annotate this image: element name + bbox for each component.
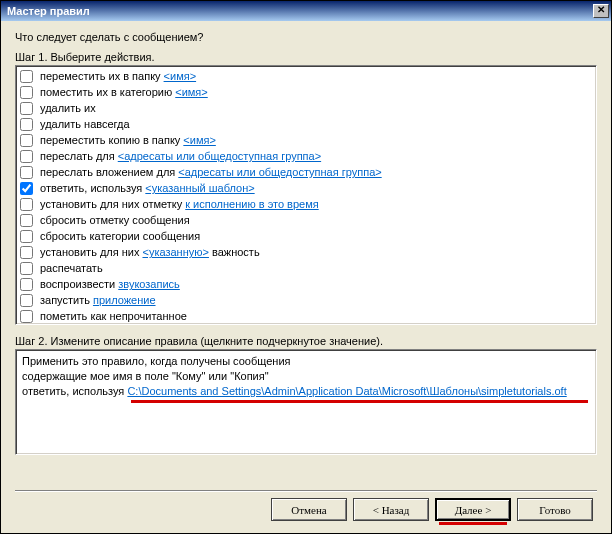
rule-description-box: Применить это правило, когда получены со… xyxy=(15,349,597,455)
action-checkbox[interactable] xyxy=(20,246,33,259)
action-text: сбросить категории сообщения xyxy=(40,228,200,244)
action-checkbox[interactable] xyxy=(20,278,33,291)
action-text: установить для них xyxy=(40,244,139,260)
action-checkbox[interactable] xyxy=(20,150,33,163)
highlight-underline xyxy=(439,522,507,525)
action-checkbox[interactable] xyxy=(20,294,33,307)
action-row[interactable]: переслать для <адресаты или общедоступна… xyxy=(20,148,592,164)
action-link[interactable]: звукозапись xyxy=(118,276,180,292)
content-area: Что следует сделать с сообщением? Шаг 1.… xyxy=(1,21,611,533)
action-text: воспроизвести xyxy=(40,276,115,292)
action-checkbox[interactable] xyxy=(20,230,33,243)
action-row[interactable]: удалить их xyxy=(20,100,592,116)
action-checkbox[interactable] xyxy=(20,86,33,99)
action-checkbox[interactable] xyxy=(20,198,33,211)
action-link[interactable]: скрипт xyxy=(93,324,127,325)
action-row[interactable]: ответить, используя <указанный шаблон> xyxy=(20,180,592,196)
action-link[interactable]: <имя> xyxy=(175,84,208,100)
action-checkbox[interactable] xyxy=(20,134,33,147)
next-button-label: Далее > xyxy=(455,504,492,516)
action-row[interactable]: удалить навсегда xyxy=(20,116,592,132)
rules-wizard-window: Мастер правил ✕ Что следует сделать с со… xyxy=(0,0,612,534)
back-button[interactable]: < Назад xyxy=(353,498,429,521)
desc-line1: Применить это правило, когда получены со… xyxy=(22,354,590,369)
button-row: Отмена < Назад Далее > Готово xyxy=(15,491,597,525)
action-row[interactable]: распечатать xyxy=(20,260,592,276)
next-button[interactable]: Далее > xyxy=(435,498,511,521)
action-checkbox[interactable] xyxy=(20,70,33,83)
window-title: Мастер правил xyxy=(7,5,593,17)
cancel-button[interactable]: Отмена xyxy=(271,498,347,521)
action-row[interactable]: переслать вложением для <адресаты или об… xyxy=(20,164,592,180)
action-text: переслать для xyxy=(40,148,115,164)
action-text: запустить xyxy=(40,324,90,325)
action-row[interactable]: поместить их в категорию <имя> xyxy=(20,84,592,100)
action-row[interactable]: сбросить отметку сообщения xyxy=(20,212,592,228)
action-row[interactable]: воспроизвести звукозапись xyxy=(20,276,592,292)
action-text: удалить их xyxy=(40,100,96,116)
action-checkbox[interactable] xyxy=(20,262,33,275)
titlebar: Мастер правил ✕ xyxy=(1,1,611,21)
action-text: распечатать xyxy=(40,260,103,276)
action-link[interactable]: <адресаты или общедоступная группа> xyxy=(178,164,381,180)
action-link[interactable]: <указанный шаблон> xyxy=(145,180,254,196)
action-text: переслать вложением для xyxy=(40,164,175,180)
action-text: переместить копию в папку xyxy=(40,132,180,148)
prompt-text: Что следует сделать с сообщением? xyxy=(15,31,597,43)
action-text: установить для них отметку xyxy=(40,196,182,212)
action-checkbox[interactable] xyxy=(20,310,33,323)
action-row[interactable]: пометить как непрочитанное xyxy=(20,308,592,324)
action-row[interactable]: переместить их в папку <имя> xyxy=(20,68,592,84)
action-row[interactable]: сбросить категории сообщения xyxy=(20,228,592,244)
action-row[interactable]: запустить приложение xyxy=(20,292,592,308)
action-row[interactable]: установить для них отметку к исполнению … xyxy=(20,196,592,212)
template-path-link[interactable]: C:\Documents and Settings\Admin\Applicat… xyxy=(127,385,566,397)
action-link[interactable]: приложение xyxy=(93,292,156,308)
action-text: сбросить отметку сообщения xyxy=(40,212,190,228)
action-checkbox[interactable] xyxy=(20,102,33,115)
highlight-underline xyxy=(131,400,588,403)
action-row[interactable]: установить для них <указанную> важность xyxy=(20,244,592,260)
desc-line3-pre: ответить, используя xyxy=(22,385,127,397)
action-text: поместить их в категорию xyxy=(40,84,172,100)
desc-line3: ответить, используя C:\Documents and Set… xyxy=(22,384,590,399)
action-text: переместить их в папку xyxy=(40,68,161,84)
desc-line2: содержащие мое имя в поле "Кому" или "Ко… xyxy=(22,369,590,384)
step2-label: Шаг 2. Измените описание правила (щелкни… xyxy=(15,335,597,347)
action-link[interactable]: <адресаты или общедоступная группа> xyxy=(118,148,321,164)
action-text: пометить как непрочитанное xyxy=(40,308,187,324)
action-link[interactable]: к исполнению в это время xyxy=(185,196,318,212)
action-row[interactable]: запустить скрипт xyxy=(20,324,592,325)
action-link[interactable]: <имя> xyxy=(183,132,216,148)
action-checkbox[interactable] xyxy=(20,118,33,131)
finish-button[interactable]: Готово xyxy=(517,498,593,521)
step1-label: Шаг 1. Выберите действия. xyxy=(15,51,597,63)
action-link[interactable]: <имя> xyxy=(164,68,197,84)
action-checkbox[interactable] xyxy=(20,214,33,227)
action-checkbox[interactable] xyxy=(20,182,33,195)
close-icon[interactable]: ✕ xyxy=(593,4,609,18)
action-row[interactable]: переместить копию в папку <имя> xyxy=(20,132,592,148)
action-checkbox[interactable] xyxy=(20,166,33,179)
actions-listbox[interactable]: переместить их в папку <имя>поместить их… xyxy=(15,65,597,325)
action-text-post: важность xyxy=(212,244,260,260)
action-text: удалить навсегда xyxy=(40,116,130,132)
action-text: ответить, используя xyxy=(40,180,142,196)
action-link[interactable]: <указанную> xyxy=(142,244,208,260)
action-text: запустить xyxy=(40,292,90,308)
